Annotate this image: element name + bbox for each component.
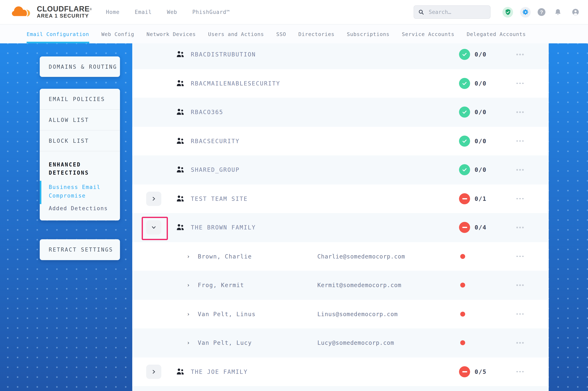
row-menu-button[interactable] [516, 313, 524, 315]
account-icon[interactable] [570, 7, 581, 17]
status-ok-badge [459, 136, 470, 147]
sidebar-item-email-policies[interactable]: EMAIL POLICIES [40, 89, 120, 110]
group-icon [176, 80, 185, 87]
group-name: SHARED_GROUP [191, 167, 240, 173]
help-icon[interactable]: ? [538, 8, 545, 16]
member-chevron-icon[interactable]: › [187, 253, 190, 260]
sidebar-label: BLOCK LIST [49, 138, 89, 144]
status-dot [460, 254, 465, 259]
sidebar-item-business-email-compromise[interactable]: Business Email Compromise [49, 183, 114, 200]
app-window: CLOUDFLARE® AREA 1 SECURITY HomeEmailWeb… [0, 0, 588, 391]
status-dot [460, 312, 465, 316]
row-menu-button[interactable] [516, 54, 524, 55]
member-count: 0/0 [475, 138, 486, 144]
member-count: 0/0 [475, 80, 486, 87]
search-input[interactable] [428, 8, 487, 15]
status-ok-badge [459, 164, 470, 176]
member-count: 0/0 [475, 109, 486, 115]
group-name: THE BROWN FAMILY [191, 224, 256, 231]
sidebar-label: DOMAINS & ROUTING [49, 64, 117, 70]
row-menu-button[interactable] [516, 256, 524, 257]
status-ok-badge [459, 107, 470, 118]
table-row: TEST TEAM SITE0/1 [132, 184, 549, 213]
sidebar-policies-card: EMAIL POLICIESALLOW LISTBLOCK LIST ENHAN… [40, 89, 120, 220]
member-email: Lucy@somedemocorp.com [317, 340, 394, 346]
row-menu-button[interactable] [516, 371, 524, 372]
cloudflare-logo[interactable]: CLOUDFLARE® AREA 1 SECURITY [10, 4, 92, 20]
row-menu-button[interactable] [516, 169, 524, 171]
table-row: ›Van Pelt, LinusLinus@somedemocorp.com [132, 299, 549, 328]
row-menu-button[interactable] [516, 83, 524, 84]
shield-check-icon[interactable] [502, 7, 513, 17]
main-area: DOMAINS & ROUTING EMAIL POLICIESALLOW LI… [0, 43, 588, 391]
enhanced-detections-title[interactable]: ENHANCED DETECTIONS [49, 161, 114, 177]
group-icon [176, 166, 185, 174]
status-blocked-badge [459, 222, 470, 233]
member-name: Van Pelt, Lucy [198, 340, 252, 346]
group-name: RBACDISTRUBUTION [191, 51, 256, 58]
row-menu-button[interactable] [516, 285, 524, 286]
group-name: TEST TEAM SITE [191, 196, 248, 202]
collapse-group-button[interactable] [146, 220, 161, 235]
row-menu-button[interactable] [516, 140, 524, 142]
member-name: Frog, Kermit [198, 282, 244, 289]
nav-item-home[interactable]: Home [106, 9, 120, 15]
sidebar-item-added-detections[interactable]: Added Detections [49, 205, 114, 211]
member-count: 0/0 [475, 167, 486, 173]
sidebar-section-enhanced-detections: ENHANCED DETECTIONS Business Email Compr… [40, 151, 120, 220]
table-row: RBACDISTRUBUTION0/0 [132, 43, 549, 69]
tab-web-config[interactable]: Web Config [101, 24, 134, 43]
config-tab-bar: Email ConfigurationWeb ConfigNetwork Dev… [0, 24, 588, 43]
brand-reg-mark: ® [90, 7, 92, 10]
search-box[interactable] [414, 5, 491, 19]
tab-subscriptions[interactable]: Subscriptions [347, 24, 390, 43]
member-email: Linus@somedemocorp.com [317, 311, 398, 317]
status-dot [460, 283, 465, 288]
tab-service-accounts[interactable]: Service Accounts [402, 24, 454, 43]
group-icon [176, 195, 185, 202]
settings-gear-icon[interactable] [520, 7, 531, 17]
table-row: THE BROWN FAMILY0/4 [132, 213, 549, 242]
tab-delegated-accounts[interactable]: Delegated Accounts [467, 24, 526, 43]
tab-network-devices[interactable]: Network Devices [147, 24, 196, 43]
group-icon [176, 368, 185, 376]
row-menu-button[interactable] [516, 227, 524, 228]
sidebar-item-allow-list[interactable]: ALLOW LIST [40, 110, 120, 130]
group-name: RBACO365 [191, 109, 223, 115]
row-menu-button[interactable] [516, 342, 524, 344]
row-menu-button[interactable] [516, 198, 524, 199]
table-row: SHARED_GROUP0/0 [132, 155, 549, 184]
sidebar-item-retract-settings[interactable]: RETRACT SETTINGS [40, 239, 120, 260]
table-row: THE JOE FAMILY0/5 [132, 357, 549, 386]
tab-email-configuration[interactable]: Email Configuration [27, 24, 89, 43]
member-name: Brown, Charlie [198, 253, 252, 260]
sidebar-item-block-list[interactable]: BLOCK LIST [40, 130, 120, 151]
nav-item-web[interactable]: Web [167, 9, 177, 15]
member-name: Van Pelt, Linus [198, 311, 256, 317]
member-email: Charlie@somedemocorp.com [317, 253, 405, 260]
status-ok-badge [459, 49, 470, 60]
tab-directories[interactable]: Directories [298, 24, 334, 43]
member-chevron-icon[interactable]: › [187, 311, 190, 317]
member-chevron-icon[interactable]: › [187, 340, 190, 346]
member-chevron-icon[interactable]: › [187, 282, 190, 288]
group-icon [176, 51, 185, 58]
expand-group-button[interactable] [146, 365, 161, 379]
member-count: 0/1 [475, 196, 486, 202]
tab-sso[interactable]: SSO [276, 24, 286, 43]
table-row-filler [132, 386, 549, 391]
group-icon [176, 108, 185, 116]
brand-line2: AREA 1 SECURITY [37, 13, 92, 19]
table-row: RBACO3650/0 [132, 98, 549, 127]
expand-group-button[interactable] [146, 192, 161, 206]
status-dot [460, 340, 465, 345]
nav-item-email[interactable]: Email [135, 9, 152, 15]
nav-item-phishguard[interactable]: PhishGuard™ [192, 9, 230, 15]
row-menu-button[interactable] [516, 111, 524, 113]
tab-users-and-actions[interactable]: Users and Actions [208, 24, 264, 43]
sidebar-label: ALLOW LIST [49, 117, 89, 123]
table-row: ›Frog, KermitKermit@somedemocorp.com [132, 271, 549, 299]
notifications-bell-icon[interactable] [552, 7, 563, 17]
table-row: RBACSECURITY0/0 [132, 127, 549, 155]
sidebar-item-domains-routing[interactable]: DOMAINS & ROUTING [40, 56, 120, 77]
